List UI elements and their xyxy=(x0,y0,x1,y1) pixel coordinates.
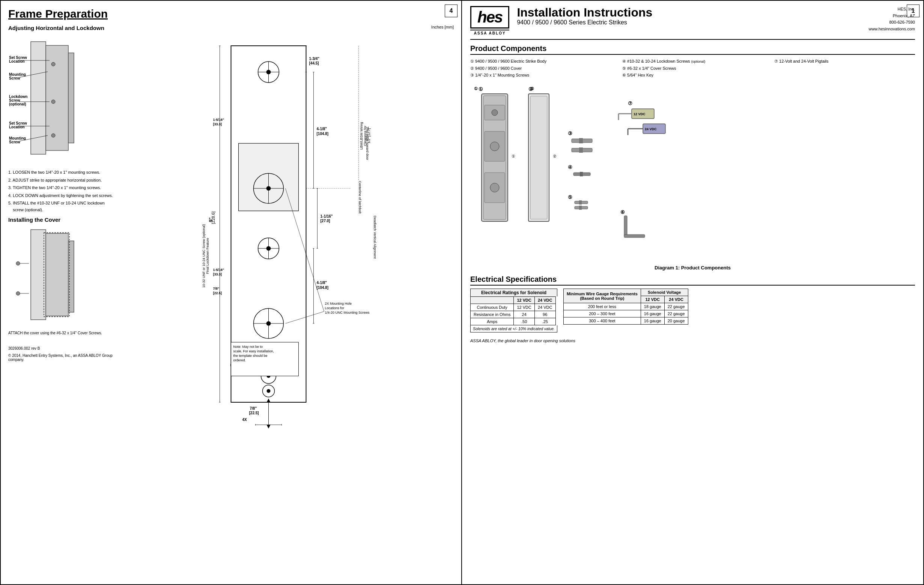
wire-24vdc-header: 24 VDC xyxy=(664,296,688,303)
diagram1-caption: Diagram 1: Product Components xyxy=(470,265,915,270)
wire-12vdc-header: 12 VDC xyxy=(641,296,664,303)
right-header: hes ASSA ABLOY Installation Instructions… xyxy=(470,6,915,40)
assa-footer: ASSA ABLOY, the global leader in door op… xyxy=(470,338,915,343)
svg-text:[22.5]: [22.5] xyxy=(249,411,259,415)
attach-text: ATTACH the cover using the #6-32 x 1/4" … xyxy=(8,331,125,335)
svg-text:7/8": 7/8" xyxy=(213,287,219,290)
frame-illustration-cover xyxy=(8,226,83,327)
svg-point-3 xyxy=(51,62,55,66)
svg-point-121 xyxy=(492,110,498,115)
cell-duty-12: 12 VDC xyxy=(514,304,535,311)
table-row: Continuous Duty 12 VDC 24 VDC xyxy=(470,304,556,311)
product-section-title: Product Components xyxy=(470,44,915,55)
cell-amps-24: .25 xyxy=(535,318,556,325)
table-row: Resistance in Ohms 24 96 xyxy=(470,311,556,318)
svg-rect-127 xyxy=(530,96,547,219)
svg-rect-1 xyxy=(46,45,68,150)
product-subtitle: 9400 / 9500 / 9600 Series Electric Strik… xyxy=(517,19,861,26)
svg-text:①: ① xyxy=(478,86,483,92)
svg-rect-141 xyxy=(579,206,582,210)
svg-text:[27.0]: [27.0] xyxy=(320,219,330,223)
svg-text:Final Lockdown Feature: Final Lockdown Feature xyxy=(206,238,210,274)
svg-text:[22.5]: [22.5] xyxy=(213,291,222,295)
component-item: ⑦ 12-Volt and 24-Volt Pigtails xyxy=(774,58,915,65)
table-row: 200 – 300 feet 16 gauge 22 gauge xyxy=(564,310,688,318)
component-col-3: ⑦ 12-Volt and 24-Volt Pigtails xyxy=(774,58,915,79)
svg-text:Location: Location xyxy=(9,59,25,63)
component-item: ② 9400 / 9500 / 9600 Cover xyxy=(470,65,611,72)
svg-rect-131 xyxy=(579,138,583,143)
svg-rect-133 xyxy=(579,147,583,153)
svg-text:⑥: ⑥ xyxy=(620,209,625,215)
assa-abloy-sub: ASSA ABLOY xyxy=(470,30,509,35)
svg-text:4X: 4X xyxy=(243,418,248,422)
component-item: ③ 1/4"-20 x 1" Mounting Screws xyxy=(470,72,611,79)
table-row: 300 – 400 feet 16 gauge 20 gauge xyxy=(564,318,688,325)
col-header-12vdc: 12 VDC xyxy=(514,297,535,304)
page-number-left: 4 xyxy=(445,5,457,17)
svg-text:LBM/LBSM Wiring: LBM/LBSM Wiring xyxy=(360,122,363,150)
cell-amps-label: Amps xyxy=(470,318,514,325)
svg-text:③: ③ xyxy=(568,130,573,136)
left-panel: 4 Frame Preparation Adjusting Horizontal… xyxy=(1,1,462,584)
svg-text:Locations for: Locations for xyxy=(325,306,345,310)
footer-copy: © 2014, Hanchett Entry Systems, Inc., an… xyxy=(8,353,125,362)
diagram1-svg: ① ① ② xyxy=(470,82,915,270)
frame-illustration-top: Set Screw Location Mounting Screw Lockdo… xyxy=(8,34,83,165)
svg-rect-136 xyxy=(580,172,583,176)
svg-text:ordered.: ordered. xyxy=(233,358,246,362)
svg-text:scale. For easy installation,: scale. For easy installation, xyxy=(233,349,274,353)
svg-text:⑤: ⑤ xyxy=(568,194,573,200)
svg-text:24 VDC: 24 VDC xyxy=(645,127,657,131)
cell-ohms-label: Resistance in Ohms xyxy=(470,311,514,318)
elec-tables: Electrical Ratings for Solenoid 12 VDC 2… xyxy=(470,288,915,333)
product-components-diagram: ① ① ② xyxy=(470,82,703,263)
svg-text:Deadlatch Vertical Alignment: Deadlatch Vertical Alignment xyxy=(373,216,377,259)
wire-row-400-12: 16 gauge xyxy=(641,318,664,325)
wire-row-400: 300 – 400 feet xyxy=(564,318,641,325)
component-col-2: ④ #10-32 & 10-24 Lockdown Screws (option… xyxy=(622,58,763,79)
wire-row-200-12: 18 gauge xyxy=(641,303,664,310)
component-item: ⑥ 5/64" Hex Key xyxy=(622,72,763,79)
wire-row-200: 200 feet or less xyxy=(564,303,641,310)
cell-ohms-24: 96 xyxy=(535,311,556,318)
wire-row-300: 200 – 300 feet xyxy=(564,310,641,318)
svg-text:[44.5]: [44.5] xyxy=(309,61,319,65)
elec-ratings-table: 12 VDC 24 VDC Continuous Duty 12 VDC 24 … xyxy=(470,297,556,325)
svg-rect-22 xyxy=(31,230,46,320)
table-row: 200 feet or less 18 gauge 22 gauge xyxy=(564,303,688,310)
svg-text:1-3/4": 1-3/4" xyxy=(309,57,320,61)
electrical-section: Electrical Specifications Electrical Rat… xyxy=(470,275,915,343)
svg-text:Note: May not be to: Note: May not be to xyxy=(233,345,263,349)
svg-text:12 VDC: 12 VDC xyxy=(634,112,645,116)
steps-list: 1. LOOSEN the two 1/4"-20 x 1" mounting … xyxy=(8,169,125,214)
footer-doc: 3026006.002 rev B xyxy=(8,346,125,351)
wire-row-300-24: 22 gauge xyxy=(664,310,688,318)
svg-text:④: ④ xyxy=(568,164,573,170)
header-title-block: Installation Instructions 9400 / 9500 / … xyxy=(517,6,861,26)
wire-gauge-table: Minimum Wire Gauge Requirements(Based on… xyxy=(563,288,688,325)
left-text-diagrams: Adjusting Horizontal and Lockdown Set Sc… xyxy=(8,25,125,444)
svg-text:[33.3]: [33.3] xyxy=(213,122,222,126)
svg-text:[104.8]: [104.8] xyxy=(317,285,329,290)
svg-text:Screw: Screw xyxy=(9,76,20,80)
svg-text:1-5/16": 1-5/16" xyxy=(213,118,224,122)
svg-text:Location: Location xyxy=(9,125,25,129)
svg-marker-114 xyxy=(267,425,271,428)
section2-title: Installing the Cover xyxy=(8,216,125,223)
inches-label: Inches [mm] xyxy=(128,25,454,29)
svg-text:②: ② xyxy=(553,154,556,158)
svg-text:7/8": 7/8" xyxy=(250,406,257,410)
svg-text:This edge toward door: This edge toward door xyxy=(366,127,369,160)
svg-text:①: ① xyxy=(512,154,515,158)
elec-table1: Electrical Ratings for Solenoid 12 VDC 2… xyxy=(470,288,557,333)
diagram1-container: ① ① ② xyxy=(470,82,915,270)
wire-row-300-12: 16 gauge xyxy=(641,310,664,318)
solenoid-voltage-header: Solenoid Voltage xyxy=(641,289,688,296)
svg-rect-144 xyxy=(624,234,645,237)
component-item: ⑤ #6-32 x 1/4" Cover Screws xyxy=(622,65,763,72)
svg-text:(optional): (optional) xyxy=(9,102,26,106)
svg-point-5 xyxy=(51,133,55,137)
technical-drawing: Inches [mm] xyxy=(128,25,454,444)
svg-point-123 xyxy=(490,183,499,192)
